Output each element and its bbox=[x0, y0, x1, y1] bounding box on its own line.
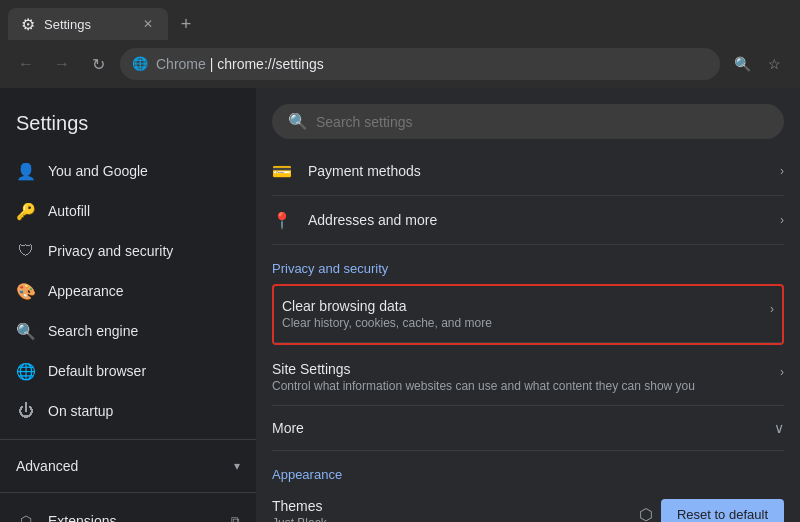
themes-item: Themes Just Black ⬡ Reset to default bbox=[272, 486, 784, 522]
site-settings-item[interactable]: Site Settings Control what information w… bbox=[272, 349, 784, 406]
site-settings-text: Site Settings Control what information w… bbox=[272, 361, 764, 393]
startup-icon: ⏻ bbox=[16, 401, 36, 421]
sidebar-title: Settings bbox=[0, 104, 256, 151]
person-icon: 👤 bbox=[16, 161, 36, 181]
sidebar-label-privacy: Privacy and security bbox=[48, 243, 173, 259]
themes-actions: ⬡ Reset to default bbox=[639, 499, 784, 523]
settings-tab-title: Settings bbox=[44, 17, 91, 32]
chevron-down-icon: ▾ bbox=[234, 459, 240, 473]
themes-text: Themes Just Black bbox=[272, 498, 623, 522]
sidebar-item-search-engine[interactable]: 🔍 Search engine bbox=[0, 311, 248, 351]
settings-content: 🔍 💳 Payment methods › 📍 Addresses and mo… bbox=[256, 88, 800, 522]
addresses-item[interactable]: 📍 Addresses and more › bbox=[272, 196, 784, 245]
themes-value: Just Black bbox=[272, 516, 623, 522]
sidebar-label-on-startup: On startup bbox=[48, 403, 113, 419]
addresses-label: Addresses and more bbox=[308, 212, 764, 228]
reload-button[interactable]: ↻ bbox=[84, 50, 112, 78]
privacy-heading: Privacy and security bbox=[272, 245, 784, 280]
clear-browsing-arrow-icon: › bbox=[770, 302, 774, 316]
appearance-section: Appearance Themes Just Black ⬡ Reset to … bbox=[256, 451, 800, 522]
sidebar-divider bbox=[0, 439, 256, 440]
sidebar-label-autofill: Autofill bbox=[48, 203, 90, 219]
forward-button: → bbox=[48, 50, 76, 78]
search-bar[interactable]: 🔍 bbox=[272, 104, 784, 139]
sidebar-label-appearance: Appearance bbox=[48, 283, 124, 299]
url-actions: 🔍 ☆ bbox=[728, 50, 788, 78]
payment-label: Payment methods bbox=[308, 163, 764, 179]
addresses-arrow-icon: › bbox=[780, 213, 784, 227]
reset-to-default-button[interactable]: Reset to default bbox=[661, 499, 784, 523]
sidebar-label-you-and-google: You and Google bbox=[48, 163, 148, 179]
themes-external-link-icon[interactable]: ⬡ bbox=[639, 505, 653, 523]
payment-section: 💳 Payment methods › 📍 Addresses and more… bbox=[256, 147, 800, 245]
sidebar-item-autofill[interactable]: 🔑 Autofill bbox=[0, 191, 248, 231]
clear-browsing-text: Clear browsing data Clear history, cooki… bbox=[282, 298, 754, 330]
sidebar-item-default-browser[interactable]: 🌐 Default browser bbox=[0, 351, 248, 391]
bookmark-icon[interactable]: ☆ bbox=[760, 50, 788, 78]
url-brand: Chrome bbox=[156, 56, 206, 72]
location-icon: 📍 bbox=[272, 210, 292, 230]
more-label: More bbox=[272, 420, 774, 436]
sidebar-item-appearance[interactable]: 🎨 Appearance bbox=[0, 271, 248, 311]
search-input[interactable] bbox=[316, 114, 768, 130]
address-bar: ← → ↻ 🌐 Chrome | chrome://settings 🔍 ☆ bbox=[0, 40, 800, 88]
more-item[interactable]: More ∨ bbox=[272, 406, 784, 451]
sidebar-item-you-and-google[interactable]: 👤 You and Google bbox=[0, 151, 248, 191]
sidebar-item-on-startup[interactable]: ⏻ On startup bbox=[0, 391, 248, 431]
back-button: ← bbox=[12, 50, 40, 78]
url-path: chrome://settings bbox=[217, 56, 324, 72]
main-layout: Settings 👤 You and Google 🔑 Autofill 🛡 P… bbox=[0, 88, 800, 522]
sidebar-label-search-engine: Search engine bbox=[48, 323, 138, 339]
tab-close-button[interactable]: ✕ bbox=[140, 16, 156, 32]
clear-browsing-sublabel: Clear history, cookies, cache, and more bbox=[282, 316, 754, 330]
browser-chrome: ⚙ Settings ✕ + ← → ↻ 🌐 Chrome | chrome:/… bbox=[0, 0, 800, 88]
extensions-icon: ⬡ bbox=[16, 511, 36, 522]
payment-icon: 💳 bbox=[272, 161, 292, 181]
appearance-heading: Appearance bbox=[272, 451, 784, 486]
shield-icon: 🛡 bbox=[16, 241, 36, 261]
sidebar-item-extensions[interactable]: ⬡ Extensions ⧉ bbox=[0, 501, 256, 522]
sidebar: Settings 👤 You and Google 🔑 Autofill 🛡 P… bbox=[0, 88, 256, 522]
site-settings-sublabel: Control what information websites can us… bbox=[272, 379, 764, 393]
sidebar-advanced-label: Advanced bbox=[16, 458, 78, 474]
site-settings-arrow-icon: › bbox=[780, 365, 784, 379]
sidebar-label-default-browser: Default browser bbox=[48, 363, 146, 379]
browser-icon: 🌐 bbox=[16, 361, 36, 381]
sidebar-advanced-section[interactable]: Advanced ▾ bbox=[0, 448, 256, 484]
payment-methods-item[interactable]: 💳 Payment methods › bbox=[272, 147, 784, 196]
more-chevron-icon: ∨ bbox=[774, 420, 784, 436]
settings-tab-icon: ⚙ bbox=[20, 16, 36, 32]
sidebar-item-privacy[interactable]: 🛡 Privacy and security bbox=[0, 231, 248, 271]
url-text: Chrome | chrome://settings bbox=[156, 56, 324, 72]
themes-label: Themes bbox=[272, 498, 623, 514]
privacy-section: Privacy and security Clear browsing data… bbox=[256, 245, 800, 451]
settings-tab[interactable]: ⚙ Settings ✕ bbox=[8, 8, 168, 40]
lock-icon: 🌐 bbox=[132, 56, 148, 72]
external-link-icon: ⧉ bbox=[231, 514, 240, 522]
clear-browsing-highlighted: Clear browsing data Clear history, cooki… bbox=[272, 284, 784, 345]
appearance-icon: 🎨 bbox=[16, 281, 36, 301]
tab-bar: ⚙ Settings ✕ + bbox=[0, 0, 800, 40]
payment-arrow-icon: › bbox=[780, 164, 784, 178]
sidebar-label-extensions: Extensions bbox=[48, 513, 116, 522]
clear-browsing-label: Clear browsing data bbox=[282, 298, 754, 314]
search-icon: 🔍 bbox=[288, 112, 308, 131]
clear-browsing-item[interactable]: Clear browsing data Clear history, cooki… bbox=[274, 286, 782, 343]
new-tab-button[interactable]: + bbox=[172, 10, 200, 38]
key-icon: 🔑 bbox=[16, 201, 36, 221]
search-nav-icon: 🔍 bbox=[16, 321, 36, 341]
sidebar-divider-2 bbox=[0, 492, 256, 493]
search-icon[interactable]: 🔍 bbox=[728, 50, 756, 78]
site-settings-label: Site Settings bbox=[272, 361, 764, 377]
url-bar[interactable]: 🌐 Chrome | chrome://settings bbox=[120, 48, 720, 80]
